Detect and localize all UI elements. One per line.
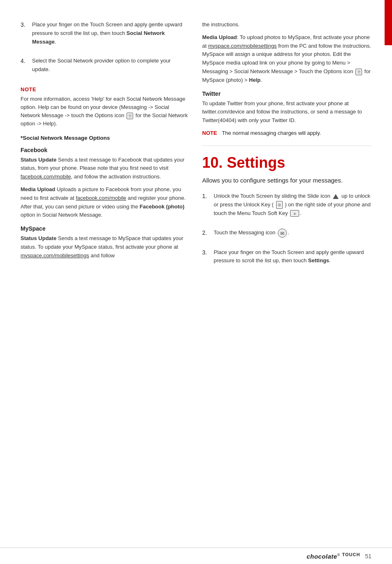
section10-step-1-num: 1. [202, 192, 211, 222]
page: 3. Place your finger on the Touch Screen… [0, 0, 392, 564]
section10-step-3: 3. Place your finger on the Touch Screen… [202, 248, 371, 270]
facebook-heading: Facebook [21, 147, 190, 153]
section10-step-3-num: 3. [202, 248, 211, 270]
red-tab [385, 0, 392, 45]
menu-soft-key-icon: ≡ [290, 210, 299, 217]
step-3-num: 3. [21, 21, 30, 50]
twitter-heading: Twitter [202, 90, 371, 97]
step-3: 3. Place your finger on the Touch Screen… [21, 21, 190, 50]
myspace-media-link: myspace.com/mobilesettings [208, 43, 277, 49]
brand-name: chocolate [307, 553, 337, 560]
twitter-text: To update Twitter from your phone, first… [202, 99, 371, 125]
myspace-media-bold: Help [249, 77, 261, 83]
right-column: the instructions. Media Upload: To uploa… [202, 21, 371, 276]
left-column: 3. Place your finger on the Touch Screen… [21, 21, 190, 276]
myspace-status-label: Status Update [21, 235, 56, 241]
brand-touch: TOUCH [342, 552, 360, 557]
step-3-text: Place your finger on the Touch Screen an… [32, 21, 190, 46]
facebook-media-upload: Media Upload Uploads a picture to Facebo… [21, 185, 190, 220]
social-network-options-label: *Social Network Message Options [21, 135, 190, 141]
page-number: 51 [365, 553, 371, 559]
facebook-status-label: Status Update [21, 157, 56, 163]
section10-step-3-bold: Settings [308, 257, 329, 264]
section-10-heading: 10. Settings [202, 154, 371, 171]
section10-step-2: 2. Touch the Messaging icon ✉. [202, 229, 371, 242]
section10-step-1-text: Unlock the Touch Screen by sliding the S… [214, 192, 371, 217]
myspace-media-end: . [261, 77, 262, 83]
section10-step-1: 1. Unlock the Touch Screen by sliding th… [202, 192, 371, 222]
note-label: NOTE [21, 86, 190, 92]
section-10-intro: Allows you to configure settings for you… [202, 176, 371, 185]
section10-step-2-num: 2. [202, 229, 211, 242]
facebook-media-label: Media Upload [21, 186, 55, 192]
myspace-media-upload: Media Upload: To upload photos to MySpac… [202, 33, 371, 85]
slide-icon [333, 194, 339, 199]
myspace-continued: the instructions. [202, 21, 371, 29]
twitter-note-text: The normal messaging charges will apply. [222, 129, 321, 137]
note-text: For more information, access 'Help' for … [21, 95, 190, 128]
footer: chocolate® TOUCH 51 [0, 548, 392, 564]
options-icon: ☷ [127, 113, 133, 119]
note-section: NOTE For more information, access 'Help'… [21, 86, 190, 128]
step-3-bold: Social Network Message [32, 30, 165, 45]
messaging-icon: ✉ [278, 229, 287, 238]
registered-mark: ® [337, 553, 340, 557]
myspace-media-label: Media Upload [202, 34, 237, 40]
facebook-status-after: , and follow the activation instructions… [71, 173, 161, 180]
twitter-note-label: NOTE [202, 129, 219, 137]
facebook-status-link: facebook.com/mobile [21, 173, 71, 180]
twitter-note: NOTE The normal messaging charges will a… [202, 129, 371, 137]
section10-step-3-text: Place your finger on the Touch Screen an… [214, 248, 371, 266]
myspace-status-link: myspace.com/mobilesettings [21, 252, 89, 259]
unlock-key-icon: ◎ [276, 201, 283, 208]
section10-step-2-text: Touch the Messaging icon ✉. [214, 229, 289, 238]
step-4: 4. Select the Social Network provider op… [21, 57, 190, 78]
step-4-num: 4. [21, 57, 30, 78]
facebook-status-update: Status Update Sends a text message to Fa… [21, 156, 190, 181]
myspace-heading: MySpace [21, 225, 190, 232]
myspace-status-after: and follow [89, 252, 115, 259]
facebook-media-link: facebook.com/mobile [76, 195, 126, 201]
facebook-media-end: option in Social Network Message. [21, 212, 102, 218]
section-divider [202, 146, 371, 146]
options-icon-2: ☷ [355, 69, 362, 75]
footer-brand: chocolate® TOUCH [307, 552, 360, 560]
myspace-status-update: Status Update Sends a text message to My… [21, 234, 190, 260]
facebook-media-bold: Facebook (photo) [140, 203, 184, 210]
step-4-text: Select the Social Network provider optio… [32, 57, 190, 74]
